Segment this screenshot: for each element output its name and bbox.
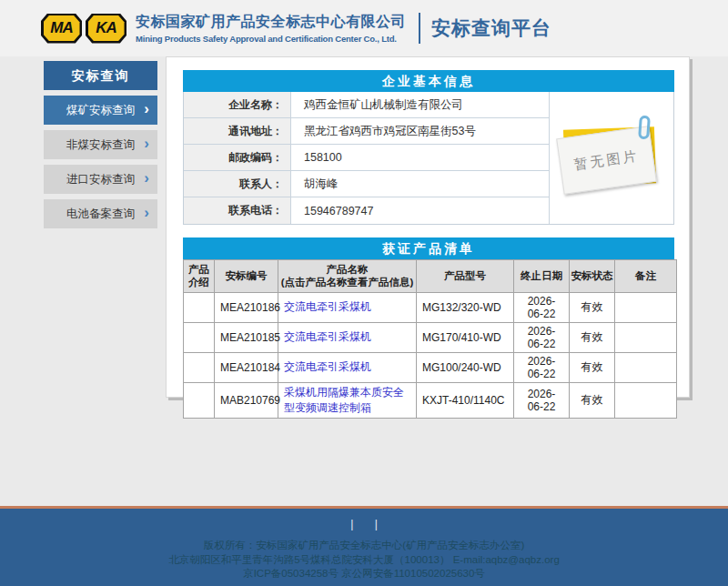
col-header-name: 产品名称 (点击产品名称查看产品信息): [278, 260, 417, 293]
company-info-title: 企业基本信息: [183, 70, 674, 92]
maka-logo-icon: MA KA: [41, 14, 126, 44]
company-field-label: 邮政编码：: [184, 145, 291, 170]
product-cert-no: MEA210185: [215, 322, 278, 352]
copyright-line1: 版权所有：安标国家矿用产品安全标志中心(矿用产品安全标志办公室): [0, 539, 728, 553]
product-name-cell: 交流电牵引采煤机: [278, 322, 417, 352]
product-row: MAB210769 采煤机用隔爆兼本质安全型变频调速控制箱 KXJT-410/1…: [184, 382, 677, 418]
product-status: 有效: [570, 382, 615, 418]
company-info-row: 邮政编码： 158100: [184, 145, 549, 171]
product-cert-no: MAB210769: [215, 382, 278, 418]
company-info-rows: 企业名称： 鸡西金恒矿山机械制造有限公司 通讯地址： 黑龙江省鸡西市鸡冠区南星街…: [184, 92, 549, 224]
product-name-link[interactable]: 交流电牵引采煤机: [284, 360, 371, 373]
product-remark: [615, 322, 677, 352]
col-header-model: 产品型号: [417, 260, 514, 293]
product-name-link[interactable]: 采煤机用隔爆兼本质安全型变频调速控制箱: [284, 386, 404, 414]
products-table: 产品介绍 安标编号 产品名称 (点击产品名称查看产品信息) 产品型号 终止日期 …: [183, 259, 677, 419]
product-expiry: 2026-06-22: [514, 292, 570, 322]
product-row: MEA210185 交流电牵引采煤机 MG170/410-WD 2026-06-…: [184, 322, 677, 352]
product-remark: [615, 382, 677, 418]
sidebar-item-label: 煤矿安标查询: [66, 103, 135, 118]
sidebar-item[interactable]: 电池备案查询 ›: [44, 199, 157, 228]
product-expiry: 2026-06-22: [514, 322, 570, 352]
col-header-name-line2: (点击产品名称查看产品信息): [279, 276, 415, 288]
site-footer: | | 版权所有：安标国家矿用产品安全标志中心(矿用产品安全标志办公室) 北京朝…: [0, 506, 728, 586]
col-header-status: 安标状态: [570, 260, 615, 293]
sidebar-title: 安标查询: [44, 61, 157, 90]
company-field-value: 15946789747: [291, 197, 549, 224]
company-field-label: 联系电话：: [184, 197, 291, 224]
copyright-line2: 北京朝阳区和平里青年沟路5号煤科总院安科大厦（100013） E-mail:aq…: [0, 553, 728, 568]
product-row: MEA210186 交流电牵引采煤机 MG132/320-WD 2026-06-…: [184, 292, 677, 322]
product-status: 有效: [570, 322, 615, 352]
sidebar-item-label: 非煤安标查询: [66, 137, 135, 153]
product-cert-no: MEA210186: [215, 292, 278, 322]
company-field-value: 黑龙江省鸡西市鸡冠区南星街53号: [291, 118, 549, 144]
footer-nav: | |: [0, 509, 728, 530]
products-title: 获证产品清单: [183, 237, 674, 259]
copyright-line3: 京ICP备05034258号 京公网安备11010502025630号: [0, 567, 728, 581]
main-area: 安标查询 煤矿安标查询 › 非煤安标查询 › 进口安标查询 › 电池备案查询 ›…: [0, 56, 728, 506]
product-model: MG100/240-WD: [417, 352, 514, 382]
company-field-value: 鸡西金恒矿山机械制造有限公司: [291, 92, 549, 117]
product-remark: [615, 292, 677, 322]
sidebar-item-label: 进口安标查询: [66, 172, 135, 187]
chevron-right-icon: ›: [144, 204, 149, 222]
col-header-cert-no: 安标编号: [215, 260, 278, 293]
chevron-right-icon: ›: [144, 135, 149, 153]
col-header-name-line1: 产品名称: [279, 263, 415, 276]
sidebar-item[interactable]: 非煤安标查询 ›: [44, 130, 157, 159]
company-field-label: 联系人：: [184, 171, 291, 197]
product-intro-cell: [184, 352, 215, 382]
col-header-expiry: 终止日期: [514, 260, 570, 293]
product-name-cell: 交流电牵引采煤机: [278, 292, 417, 322]
logo-ka-text: KA: [96, 19, 116, 37]
org-title-block: 安标国家矿用产品安全标志中心有限公司 Mining Products Safet…: [136, 13, 406, 44]
sidebar-item-label: 电池备案查询: [66, 207, 135, 222]
product-cert-no: MEA210184: [215, 352, 278, 382]
content-panel: 企业基本信息 企业名称： 鸡西金恒矿山机械制造有限公司 通讯地址： 黑龙江省鸡西…: [166, 56, 690, 398]
company-field-value: 胡海峰: [291, 171, 549, 197]
company-info-row: 联系电话： 15946789747: [184, 197, 549, 224]
company-photo-cell: 暂无图片: [549, 92, 673, 224]
no-image-text: 暂无图片: [573, 147, 641, 174]
product-intro-cell: [184, 322, 215, 352]
product-name-link[interactable]: 交流电牵引采煤机: [284, 300, 371, 313]
platform-title: 安标查询平台: [431, 15, 551, 41]
product-intro-cell: [184, 382, 215, 418]
product-model: MG132/320-WD: [417, 292, 514, 322]
product-row: MEA210184 交流电牵引采煤机 MG100/240-WD 2026-06-…: [184, 352, 677, 382]
chevron-right-icon: ›: [144, 100, 149, 118]
product-expiry: 2026-06-22: [514, 382, 570, 418]
col-header-remark: 备注: [615, 260, 677, 293]
company-info-table: 企业名称： 鸡西金恒矿山机械制造有限公司 通讯地址： 黑龙江省鸡西市鸡冠区南星街…: [183, 92, 674, 225]
product-name-link[interactable]: 交流电牵引采煤机: [284, 330, 371, 343]
org-name-cn: 安标国家矿用产品安全标志中心有限公司: [136, 13, 406, 32]
footer-separator: |: [375, 518, 378, 530]
product-status: 有效: [570, 352, 615, 382]
company-field-label: 通讯地址：: [184, 118, 291, 144]
col-header-intro: 产品介绍: [184, 260, 215, 293]
company-field-label: 企业名称：: [184, 92, 291, 117]
footer-separator: |: [350, 518, 353, 530]
org-name-en: Mining Products Safety Approval and Cert…: [136, 34, 406, 44]
company-field-value: 158100: [291, 145, 549, 170]
site-header: MA KA 安标国家矿用产品安全标志中心有限公司 Mining Products…: [0, 0, 728, 56]
product-model: KXJT-410/1140C: [417, 382, 514, 418]
logo-badge-ma: MA: [41, 14, 82, 44]
product-status: 有效: [570, 292, 615, 322]
products-header-row: 产品介绍 安标编号 产品名称 (点击产品名称查看产品信息) 产品型号 终止日期 …: [184, 260, 677, 293]
sidebar: 安标查询 煤矿安标查询 › 非煤安标查询 › 进口安标查询 › 电池备案查询 ›: [44, 61, 157, 234]
product-name-cell: 交流电牵引采煤机: [278, 352, 417, 382]
product-name-cell: 采煤机用隔爆兼本质安全型变频调速控制箱: [278, 382, 417, 418]
sidebar-item[interactable]: 进口安标查询 ›: [44, 165, 157, 194]
sidebar-items: 煤矿安标查询 › 非煤安标查询 › 进口安标查询 › 电池备案查询 ›: [44, 96, 157, 228]
logo-ma-text: MA: [50, 19, 72, 37]
product-model: MG170/410-WD: [417, 322, 514, 352]
product-remark: [615, 352, 677, 382]
logo-badge-ka: KA: [86, 14, 126, 44]
footer-copyright: 版权所有：安标国家矿用产品安全标志中心(矿用产品安全标志办公室) 北京朝阳区和平…: [0, 539, 728, 581]
sidebar-item[interactable]: 煤矿安标查询 ›: [44, 96, 157, 125]
product-intro-cell: [184, 292, 215, 322]
company-info-row: 联系人： 胡海峰: [184, 171, 549, 197]
company-info-row: 通讯地址： 黑龙江省鸡西市鸡冠区南星街53号: [184, 118, 549, 145]
